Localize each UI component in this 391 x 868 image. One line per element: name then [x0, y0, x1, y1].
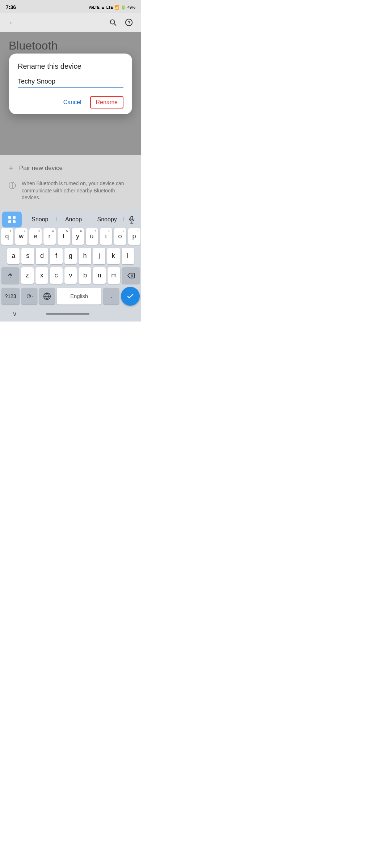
svg-rect-5 [13, 216, 16, 219]
content-below-dialog: + Pair new device ⓘ When Bluetooth is tu… [0, 155, 141, 210]
key-row-3: z x c v b n m [1, 267, 140, 284]
key-j[interactable]: j [93, 248, 105, 264]
dialog-buttons: Cancel Rename [18, 96, 123, 109]
key-y[interactable]: y6 [72, 228, 84, 245]
bottom-handle: ∨ [0, 308, 141, 322]
info-text: When Bluetooth is turned on, your device… [22, 180, 133, 201]
sym-key[interactable]: ?123 [1, 288, 20, 305]
svg-rect-7 [13, 220, 16, 223]
signal-icon: 📶 [114, 5, 119, 10]
key-f[interactable]: f [50, 248, 62, 264]
suggestion-snoop[interactable]: Snoop [23, 216, 57, 223]
rename-button[interactable]: Rename [90, 96, 123, 109]
suggestions-bar: Snoop Anoop Snoopy [0, 212, 141, 228]
nav-bar-handle [46, 313, 89, 315]
key-n[interactable]: n [93, 267, 106, 284]
back-button[interactable]: ← [6, 16, 19, 29]
help-button[interactable]: ? [122, 16, 135, 29]
status-bar: 7:36 VoLTE ▲ LTE 📶 🔋 49% [0, 0, 141, 13]
mic-button[interactable] [124, 212, 140, 227]
add-icon: + [9, 163, 13, 173]
nav-icons-right: ? [106, 16, 135, 29]
key-rows: q1 w2 e3 r4 t5 y6 u7 i8 o9 p0 a s d f g … [0, 228, 141, 284]
key-g[interactable]: g [64, 248, 77, 264]
svg-rect-12 [9, 276, 12, 277]
emoji-key[interactable]: ☺, [21, 288, 37, 305]
svg-rect-8 [131, 216, 133, 220]
keyboard-bottom-row: ?123 ☺, English . [0, 287, 141, 308]
key-v[interactable]: v [64, 267, 77, 284]
svg-rect-4 [8, 216, 11, 219]
key-z[interactable]: z [21, 267, 34, 284]
key-m[interactable]: m [108, 267, 120, 284]
lte-icon: LTE [106, 5, 113, 9]
key-s[interactable]: s [21, 248, 34, 264]
space-key[interactable]: English [57, 288, 101, 305]
key-i[interactable]: i8 [100, 228, 112, 245]
dialog-title: Rename this device [18, 62, 123, 71]
info-row: ⓘ When Bluetooth is turned on, your devi… [9, 177, 133, 206]
key-w[interactable]: w2 [15, 228, 28, 245]
key-k[interactable]: k [107, 248, 119, 264]
period-key[interactable]: . [103, 288, 119, 305]
status-icons: VoLTE ▲ LTE 📶 🔋 49% [89, 5, 135, 10]
key-u[interactable]: u7 [86, 228, 98, 245]
dialog-overlay: Rename this device Cancel Rename [0, 32, 141, 155]
top-nav: ← ? [0, 13, 141, 32]
key-r[interactable]: r4 [43, 228, 56, 245]
enter-key[interactable] [121, 287, 140, 306]
chevron-down-icon[interactable]: ∨ [12, 310, 17, 318]
svg-rect-6 [8, 220, 11, 223]
main-content: Bluetooth Rename this device Cancel Rena… [0, 32, 141, 155]
rename-dialog: Rename this device Cancel Rename [9, 54, 132, 114]
key-row-2: a s d f g h j k l [1, 248, 140, 264]
svg-line-1 [114, 24, 116, 25]
key-b[interactable]: b [79, 267, 91, 284]
cancel-button[interactable]: Cancel [58, 96, 87, 109]
key-x[interactable]: x [35, 267, 48, 284]
search-button[interactable] [106, 16, 119, 29]
key-a[interactable]: a [7, 248, 20, 264]
key-d[interactable]: d [36, 248, 48, 264]
key-l[interactable]: l [122, 248, 134, 264]
keyboard: Snoop Anoop Snoopy q1 w2 e3 r4 t5 y6 u7 … [0, 210, 141, 322]
status-time: 7:36 [6, 4, 16, 10]
key-p[interactable]: p0 [128, 228, 140, 245]
backspace-key[interactable] [122, 267, 140, 284]
info-icon: ⓘ [9, 181, 16, 191]
device-name-input[interactable] [18, 78, 123, 88]
emoji-suggestions-button[interactable] [2, 212, 22, 227]
shift-key[interactable] [1, 267, 19, 284]
key-e[interactable]: e3 [29, 228, 42, 245]
pair-device-label: Pair new device [19, 165, 63, 172]
svg-text:?: ? [128, 20, 130, 25]
pair-device-row[interactable]: + Pair new device [9, 159, 133, 177]
key-q[interactable]: q1 [1, 228, 13, 245]
key-h[interactable]: h [79, 248, 91, 264]
key-c[interactable]: c [50, 267, 63, 284]
globe-key[interactable] [39, 288, 55, 305]
wifi-icon: ▲ [101, 5, 105, 9]
suggestion-anoop[interactable]: Anoop [57, 216, 91, 223]
key-t[interactable]: t5 [58, 228, 70, 245]
volte-icon: VoLTE [89, 5, 100, 9]
key-row-1: q1 w2 e3 r4 t5 y6 u7 i8 o9 p0 [1, 228, 140, 245]
suggestion-snoopy[interactable]: Snoopy [90, 216, 124, 223]
battery-level: 49% [127, 5, 135, 9]
battery-icon: 🔋 [121, 5, 126, 10]
key-o[interactable]: o9 [114, 228, 126, 245]
